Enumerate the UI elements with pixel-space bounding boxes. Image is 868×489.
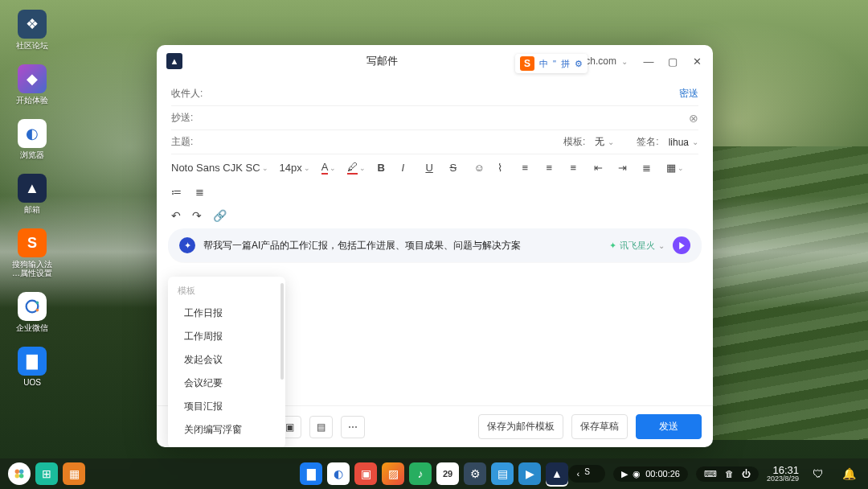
indent-increase-button[interactable]: ⇥: [618, 162, 631, 174]
ai-assist-bar: ✦ 帮我写一篇AI产品的工作汇报，包括工作进展、项目成果、问题与解决方案 讯飞星…: [168, 228, 702, 262]
save-as-template-button[interactable]: 保存为邮件模板: [478, 414, 563, 439]
clear-cc-icon[interactable]: ⊗: [689, 112, 698, 125]
cc-row: 抄送: ⊗: [171, 106, 698, 130]
emoji-button[interactable]: ☺: [473, 162, 486, 174]
template-item-daily[interactable]: 工作日报: [168, 302, 285, 325]
strike-button[interactable]: S: [449, 162, 462, 174]
cc-input[interactable]: [205, 113, 689, 124]
chevron-down-icon: ⌄: [692, 138, 698, 146]
signature-select[interactable]: lihua⌄: [669, 137, 698, 148]
close-button[interactable]: ✕: [690, 55, 703, 68]
desktop-icon-sogou[interactable]: S搜狗输入法 …属性设置: [11, 228, 53, 277]
to-input[interactable]: [205, 88, 679, 100]
trash-icon[interactable]: 🗑: [725, 469, 734, 479]
font-size-select[interactable]: 14px⌄: [280, 162, 310, 174]
mail-compose-window: ▲ 写邮件 :ch.com ⌄ — ▢ ✕ 收件人: 密送 抄送: ⊗ 主题: …: [157, 45, 713, 447]
template-item-minutes[interactable]: 会议纪要: [168, 372, 285, 395]
subject-input[interactable]: [205, 137, 563, 148]
indent-decrease-button[interactable]: ⇤: [594, 162, 607, 174]
maximize-button[interactable]: ▢: [666, 55, 679, 68]
underline-button[interactable]: U: [425, 162, 438, 174]
line-height-button[interactable]: ≣: [642, 162, 655, 174]
sogou-icon[interactable]: S: [520, 56, 534, 71]
italic-button[interactable]: I: [401, 162, 414, 174]
template-item-project[interactable]: 项目汇报: [168, 395, 285, 418]
tb-control[interactable]: ⚙: [464, 462, 486, 485]
svg-point-3: [15, 470, 19, 474]
ai-model-select[interactable]: 讯飞星火 ⌄: [609, 240, 665, 252]
template-item-weekly[interactable]: 工作周报: [168, 325, 285, 348]
insert-link-button[interactable]: 🔗: [213, 209, 227, 222]
redo-button[interactable]: ↷: [192, 209, 202, 222]
template-dropdown: 模板 工作日报 工作周报 发起会议 会议纪要 项目汇报 关闭编写浮窗: [168, 277, 285, 447]
subject-row: 主题: 模板: 无⌄ 签名: lihua⌄: [171, 130, 698, 154]
align-center-button[interactable]: ≡: [546, 162, 559, 174]
desktop-icon-mail[interactable]: ▲邮箱: [11, 174, 53, 214]
send-button[interactable]: 发送: [636, 414, 702, 439]
font-family-select[interactable]: Noto Sans CJK SC⌄: [171, 162, 268, 174]
svg-point-1: [36, 302, 39, 305]
ime-toolbar[interactable]: S 中 " 拼 ⚙: [515, 54, 588, 73]
ai-prompt-input[interactable]: 帮我写一篇AI产品的工作汇报，包括工作进展、项目成果、问题与解决方案: [203, 239, 601, 253]
tray-recorder[interactable]: ▶ ◉ 00:00:26: [613, 466, 688, 482]
desktop-icon-uos[interactable]: ▇UOS: [11, 347, 53, 387]
tb-calendar[interactable]: 29: [436, 462, 459, 485]
template-label: 模板:: [563, 135, 585, 149]
ime-lang[interactable]: 中: [539, 58, 548, 70]
tray-sogou-icon[interactable]: S: [584, 467, 597, 480]
template-select[interactable]: 无⌄: [595, 135, 614, 149]
align-left-button[interactable]: ≡: [522, 162, 534, 174]
bcc-link[interactable]: 密送: [679, 87, 698, 101]
desktop-icon-browser[interactable]: ◐浏览器: [11, 119, 53, 159]
window-titlebar[interactable]: ▲ 写邮件 :ch.com ⌄ — ▢ ✕: [157, 45, 713, 77]
ime-mode[interactable]: 拼: [561, 58, 570, 70]
ime-settings-icon[interactable]: ⚙: [575, 59, 583, 69]
launcher-button[interactable]: [8, 462, 31, 485]
font-color-button[interactable]: A⌄: [321, 161, 337, 175]
to-label: 收件人:: [171, 87, 205, 101]
ime-half[interactable]: ": [553, 59, 556, 68]
tray-shield-icon[interactable]: 🛡: [807, 462, 829, 485]
chevron-down-icon: ⌄: [621, 57, 628, 66]
insert-card-button[interactable]: ▤: [309, 416, 333, 438]
align-right-button[interactable]: ≡: [570, 162, 583, 174]
tb-photos[interactable]: ▨: [382, 462, 404, 485]
tb-mail-active[interactable]: ▲: [546, 462, 568, 485]
desktop-icon-welcome[interactable]: ◆开始体验: [11, 64, 53, 105]
template-item-close[interactable]: 关闭编写浮窗: [168, 418, 285, 442]
tray-notify-icon[interactable]: 🔔: [837, 462, 860, 485]
tb-browser[interactable]: ◐: [327, 462, 350, 485]
desktop-icon-wecom[interactable]: 企业微信: [11, 292, 53, 332]
svg-point-6: [19, 474, 23, 478]
tray-system[interactable]: ⌨ 🗑 ⏻: [696, 466, 759, 482]
desktop-icons-column: ❖社区论坛 ◆开始体验 ◐浏览器 ▲邮箱 S搜狗输入法 …属性设置 企业微信 ▇…: [11, 10, 53, 387]
template-item-meeting[interactable]: 发起会议: [168, 348, 285, 372]
save-draft-button[interactable]: 保存草稿: [571, 414, 628, 439]
power-icon[interactable]: ⏻: [742, 469, 751, 479]
ordered-list-button[interactable]: ≔: [171, 186, 184, 198]
workspaces-button[interactable]: ▦: [63, 462, 85, 485]
minimize-button[interactable]: —: [642, 55, 655, 68]
tb-video[interactable]: ▶: [518, 462, 541, 485]
editor-toolbar-row2: ↶ ↷ 🔗: [157, 204, 713, 224]
tray-group-a[interactable]: ‹S: [568, 465, 605, 483]
unordered-list-button[interactable]: ≣: [195, 186, 208, 198]
more-button[interactable]: ⋯: [341, 416, 365, 438]
highlight-button[interactable]: 🖊⌄: [347, 161, 366, 175]
ai-send-button[interactable]: [673, 236, 690, 254]
taskbar-clock[interactable]: 16:31 2023/8/29: [767, 465, 799, 483]
keyboard-icon[interactable]: ⌨: [704, 469, 717, 479]
insert-table-button[interactable]: ▦⌄: [666, 162, 684, 174]
desktop-icon-forum[interactable]: ❖社区论坛: [11, 10, 53, 50]
undo-button[interactable]: ↶: [171, 209, 181, 222]
bold-button[interactable]: B: [377, 162, 390, 174]
multitask-button[interactable]: ⊞: [35, 462, 58, 485]
tb-music[interactable]: ♪: [409, 462, 432, 485]
format-painter-button[interactable]: ⌇: [497, 162, 510, 174]
tb-appstore[interactable]: ▣: [354, 462, 377, 485]
tb-files[interactable]: ▇: [300, 462, 322, 485]
account-selector[interactable]: :ch.com ⌄: [583, 55, 628, 67]
tb-notes[interactable]: ▤: [491, 462, 514, 485]
cc-label: 抄送:: [171, 111, 205, 125]
mail-app-icon: ▲: [166, 53, 182, 69]
